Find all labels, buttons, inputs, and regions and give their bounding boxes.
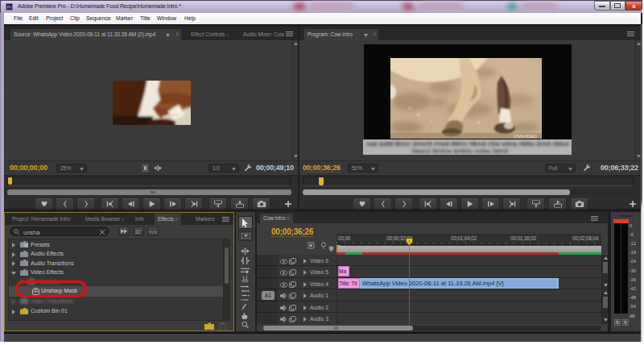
svg-text:mwep: mwep	[169, 113, 180, 117]
svg-text:VIVAVIDEO: VIVAVIDEO	[514, 134, 538, 139]
svg-text:YUV: YUV	[148, 230, 158, 235]
svg-text:32: 32	[135, 229, 142, 235]
